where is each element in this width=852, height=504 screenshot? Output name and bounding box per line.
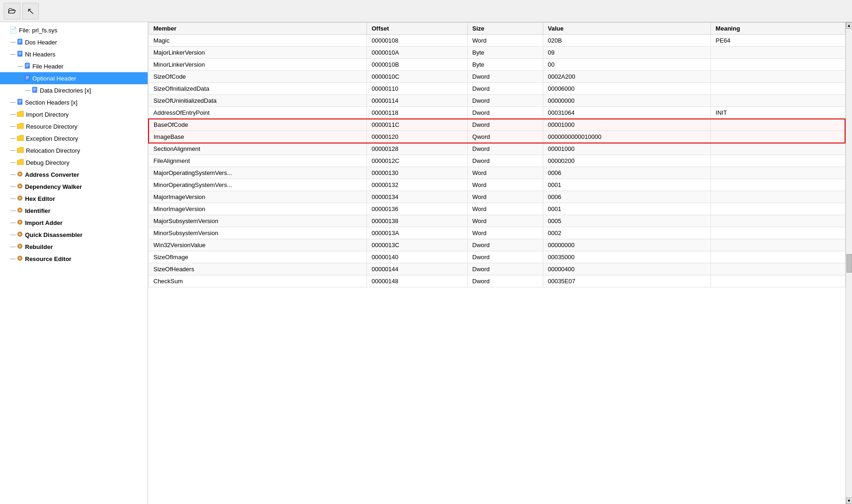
table-row[interactable]: Win32VersionValue0000013CDword00000000	[149, 239, 845, 251]
table-cell-member: AddressOfEntryPoint	[149, 107, 367, 119]
tree-arrow: —	[10, 255, 17, 262]
svg-rect-33	[20, 188, 20, 189]
sidebar-item-debug-directory[interactable]: —Debug Directory	[0, 156, 148, 168]
svg-rect-68	[20, 255, 20, 256]
toolbar-btn-open[interactable]: 🗁	[4, 3, 20, 19]
svg-rect-32	[20, 183, 20, 184]
table-cell-meaning	[711, 251, 845, 263]
table-row[interactable]: MinorOperatingSystemVers...00000132Word0…	[149, 179, 845, 191]
table-cell-offset: 00000128	[367, 143, 467, 155]
table-cell-size: Word	[467, 203, 543, 215]
sidebar-item-file[interactable]: 📄File: prl_fs.sys	[0, 24, 148, 36]
table-cell-value: 0006	[543, 191, 711, 203]
table-header-size: Size	[467, 23, 543, 35]
svg-rect-45	[20, 212, 20, 213]
sidebar-item-identifier[interactable]: —Identifier	[0, 205, 148, 217]
svg-rect-56	[20, 231, 20, 232]
table-cell-offset: 0000011C	[367, 119, 467, 131]
table-cell-size: Dword	[467, 119, 543, 131]
svg-rect-44	[20, 207, 20, 208]
tree-icon-doc	[24, 62, 31, 70]
table-row[interactable]: ImageBase00000120Qword0000000000010000	[149, 131, 845, 143]
svg-rect-52	[17, 222, 18, 222]
tree-icon-folder	[17, 147, 24, 155]
table-row[interactable]: CheckSum00000148Dword00035E07	[149, 275, 845, 287]
table-cell-member: SizeOfHeaders	[149, 263, 367, 275]
sidebar-item-import-adder[interactable]: —Import Adder	[0, 217, 148, 229]
table-cell-member: SizeOfUninitializedData	[149, 95, 367, 107]
svg-rect-46	[17, 210, 18, 210]
sidebar-item-data-directories[interactable]: —Data Directories [x]	[0, 84, 148, 96]
table-cell-member: MajorLinkerVersion	[149, 47, 367, 59]
toolbar-btn-cursor[interactable]: ↖	[22, 3, 39, 19]
svg-point-43	[19, 209, 21, 211]
table-row[interactable]: SizeOfCode0000010CDword0002A200	[149, 71, 845, 83]
sidebar-item-hex-editor[interactable]: —Hex Editor	[0, 193, 148, 205]
sidebar-item-exception-directory[interactable]: —Exception Directory	[0, 132, 148, 144]
table-header-member: Member	[149, 23, 367, 35]
sidebar-item-file-header[interactable]: —File Header	[0, 60, 148, 72]
scrollbar-vertical[interactable]: ▲ ▼	[846, 22, 852, 504]
sidebar-item-rebuilder[interactable]: —Rebuilder	[0, 241, 148, 253]
sidebar-item-resource-editor[interactable]: —Resource Editor	[0, 253, 148, 265]
table-row[interactable]: SizeOfImage00000140Dword00035000	[149, 251, 845, 263]
table-row[interactable]: MinorSubsystemVersion0000013AWord0002	[149, 227, 845, 239]
table-cell-meaning	[711, 59, 845, 71]
table-row[interactable]: MajorSubsystemVersion00000138Word0005	[149, 215, 845, 227]
sidebar-item-relocation-directory[interactable]: —Relocation Directory	[0, 144, 148, 156]
table-row[interactable]: FileAlignment0000012CDword00000200	[149, 155, 845, 167]
table-row[interactable]: AddressOfEntryPoint00000118Dword00031064…	[149, 107, 845, 119]
table-row[interactable]: SizeOfHeaders00000144Dword00000400	[149, 263, 845, 275]
table-row[interactable]: MinorLinkerVersion0000010BByte00	[149, 59, 845, 71]
sidebar-item-dependency-walker[interactable]: —Dependency Walker	[0, 180, 148, 193]
table-cell-size: Word	[467, 215, 543, 227]
table-row[interactable]: SizeOfUninitializedData00000114Dword0000…	[149, 95, 845, 107]
svg-rect-58	[17, 234, 18, 234]
table-header-value: Value	[543, 23, 711, 35]
tree-icon-folder	[17, 135, 24, 143]
table-cell-meaning	[711, 119, 845, 131]
table-cell-meaning	[711, 239, 845, 251]
sidebar-item-section-headers[interactable]: —Section Headers [x]	[0, 96, 148, 108]
svg-point-25	[19, 173, 21, 175]
table-cell-size: Dword	[467, 263, 543, 275]
table-row[interactable]: MajorOperatingSystemVers...00000130Word0…	[149, 167, 845, 179]
svg-rect-29	[22, 174, 23, 174]
table-row[interactable]: Magic00000108Word020BPE64	[149, 35, 845, 47]
table-row[interactable]: BaseOfCode0000011CDword00001000	[149, 119, 845, 131]
tree-icon-doc	[17, 38, 23, 46]
table-cell-size: Dword	[467, 107, 543, 119]
sidebar-item-quick-disassembler[interactable]: —Quick Disassembler	[0, 229, 148, 241]
table-cell-member: ImageBase	[149, 131, 367, 143]
table-cell-value: 0005	[543, 215, 711, 227]
table-row[interactable]: MajorLinkerVersion0000010AByte09	[149, 47, 845, 59]
tree-arrow: —	[10, 171, 17, 178]
table-cell-member: SectionAlignment	[149, 143, 367, 155]
table-cell-value: 0001	[543, 203, 711, 215]
sidebar-item-address-converter[interactable]: —Address Converter	[0, 168, 148, 180]
table-row[interactable]: SectionAlignment00000128Dword00001000	[149, 143, 845, 155]
sidebar-item-import-directory[interactable]: —Import Directory	[0, 108, 148, 120]
tree-arrow: —	[18, 75, 24, 81]
sidebar-item-label: Dependency Walker	[25, 183, 82, 190]
table-cell-offset: 00000138	[367, 215, 467, 227]
sidebar-item-dos-header[interactable]: —Dos Header	[0, 36, 148, 48]
table-cell-offset: 00000134	[367, 191, 467, 203]
svg-rect-38	[20, 195, 20, 196]
svg-rect-71	[22, 258, 23, 258]
sidebar-item-optional-header[interactable]: —Optional Header	[0, 72, 148, 84]
content-panel[interactable]: MemberOffsetSizeValueMeaning Magic000001…	[148, 22, 846, 504]
table-row[interactable]: SizeOfInitializedData00000110Dword000060…	[149, 83, 845, 95]
table-row[interactable]: MajorImageVersion00000134Word0006	[149, 191, 845, 203]
table-cell-meaning	[711, 167, 845, 179]
sidebar-item-nt-headers[interactable]: —Nt Headers	[0, 48, 148, 60]
sidebar-item-resource-directory[interactable]: —Resource Directory	[0, 120, 148, 132]
table-cell-member: MajorSubsystemVersion	[149, 215, 367, 227]
sidebar-item-label: Address Converter	[25, 171, 79, 178]
table-cell-meaning	[711, 263, 845, 275]
table-cell-size: Word	[467, 179, 543, 191]
tree-arrow: —	[10, 183, 17, 190]
sidebar-item-label: Rebuilder	[25, 243, 53, 250]
tree-icon-tool	[17, 231, 23, 239]
table-row[interactable]: MinorImageVersion00000136Word0001	[149, 203, 845, 215]
